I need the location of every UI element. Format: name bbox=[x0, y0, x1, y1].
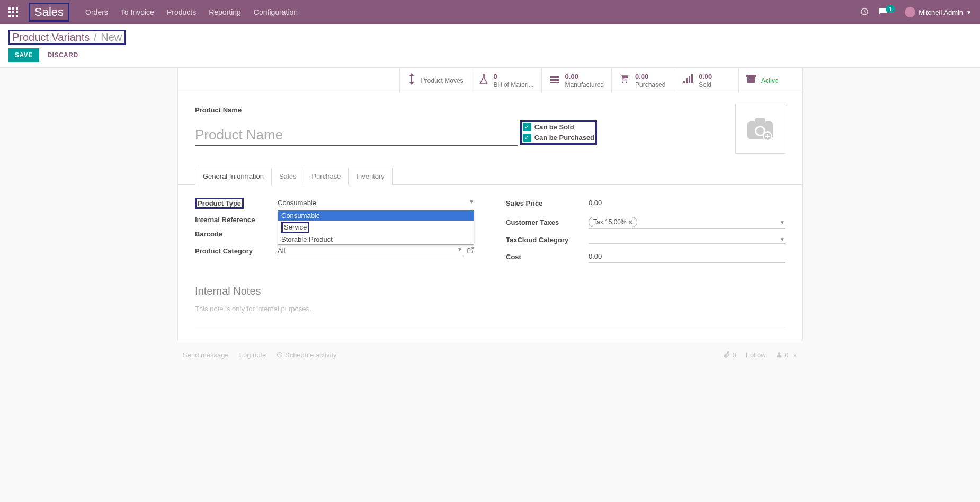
save-button[interactable]: SAVE bbox=[8, 48, 39, 62]
svg-rect-17 bbox=[746, 75, 756, 77]
tab-general-information[interactable]: General Information bbox=[195, 168, 272, 185]
tab-purchase[interactable]: Purchase bbox=[304, 168, 349, 185]
schedule-activity-button[interactable]: Schedule activity bbox=[277, 351, 336, 359]
dropdown-item-service[interactable]: Service bbox=[278, 221, 474, 234]
caret-down-icon: ▼ bbox=[966, 10, 972, 15]
nav-items: Orders To Invoice Products Reporting Con… bbox=[85, 8, 860, 16]
image-upload[interactable] bbox=[735, 104, 785, 154]
svg-rect-11 bbox=[550, 79, 559, 81]
internal-notes-heading: Internal Notes bbox=[195, 285, 785, 297]
svg-rect-12 bbox=[550, 82, 559, 83]
svg-rect-8 bbox=[16, 15, 18, 17]
nav-reporting[interactable]: Reporting bbox=[209, 8, 241, 16]
breadcrumb-highlight-box: Product Variants / New bbox=[8, 30, 126, 45]
followers-count: 0 bbox=[785, 351, 788, 359]
caret-down-icon: ▼ bbox=[780, 236, 785, 242]
send-message-button[interactable]: Send message bbox=[183, 351, 229, 359]
stat-value: 0.00 bbox=[635, 73, 665, 81]
dropdown-item-consumable[interactable]: Consumable bbox=[278, 210, 474, 221]
schedule-label: Schedule activity bbox=[285, 351, 337, 359]
taxcloud-label: TaxCloud Category bbox=[506, 236, 589, 244]
svg-rect-18 bbox=[747, 77, 755, 83]
dropdown-item-storable[interactable]: Storable Product bbox=[278, 234, 474, 244]
external-link-icon[interactable] bbox=[467, 246, 474, 256]
svg-rect-1 bbox=[12, 7, 14, 10]
chat-icon[interactable]: 1 bbox=[878, 7, 895, 17]
product-category-select[interactable]: All ▼ bbox=[278, 244, 462, 257]
topbar-right: 1 Mitchell Admin ▼ bbox=[860, 7, 972, 17]
internal-reference-label: Internal Reference bbox=[195, 216, 278, 224]
can-be-purchased-checkbox[interactable]: ✓ bbox=[523, 134, 531, 142]
stat-label: Active bbox=[761, 77, 779, 84]
svg-rect-3 bbox=[8, 11, 11, 13]
svg-rect-13 bbox=[683, 81, 685, 83]
barcode-label: Barcode bbox=[195, 230, 278, 238]
apps-icon[interactable] bbox=[8, 7, 18, 17]
caret-down-icon: ▼ bbox=[792, 353, 797, 358]
archive-icon bbox=[746, 75, 756, 86]
caret-down-icon: ▼ bbox=[469, 199, 474, 207]
user-menu[interactable]: Mitchell Admin ▼ bbox=[905, 7, 972, 17]
product-type-select[interactable]: Consumable ▼ bbox=[278, 197, 474, 209]
remove-tag-icon[interactable]: × bbox=[629, 218, 632, 226]
breadcrumb-sep: / bbox=[94, 31, 97, 43]
brand-label[interactable]: Sales bbox=[34, 5, 64, 19]
stat-manufactured[interactable]: 0.00 Manufactured bbox=[541, 68, 611, 93]
breadcrumb-parent[interactable]: Product Variants bbox=[12, 31, 90, 43]
stat-value: 0 bbox=[494, 73, 534, 81]
svg-rect-10 bbox=[550, 76, 559, 78]
svg-rect-4 bbox=[12, 11, 14, 13]
can-be-sold-checkbox[interactable]: ✓ bbox=[523, 123, 531, 131]
customer-taxes-label: Customer Taxes bbox=[506, 218, 589, 226]
sales-price-value[interactable]: 0.00 bbox=[589, 197, 785, 209]
cost-value[interactable]: 0.00 bbox=[589, 250, 785, 263]
nav-to-invoice[interactable]: To Invoice bbox=[121, 8, 154, 16]
nav-products[interactable]: Products bbox=[167, 8, 196, 16]
product-category-value: All bbox=[278, 246, 285, 254]
avatar bbox=[905, 7, 915, 17]
attachments-button[interactable]: 0 bbox=[723, 351, 736, 359]
topbar: Sales Orders To Invoice Products Reporti… bbox=[0, 0, 980, 24]
log-note-button[interactable]: Log note bbox=[239, 351, 266, 359]
stat-bom[interactable]: 0 Bill of Materi... bbox=[471, 68, 541, 93]
nav-orders[interactable]: Orders bbox=[85, 8, 108, 16]
stat-purchased[interactable]: 0.00 Purchased bbox=[611, 68, 675, 93]
stat-value: 0.00 bbox=[565, 73, 604, 81]
svg-rect-2 bbox=[16, 7, 18, 10]
can-be-purchased-label: Can be Purchased bbox=[534, 134, 594, 142]
product-type-label: Product Type bbox=[195, 198, 244, 209]
caret-down-icon: ▼ bbox=[780, 219, 785, 225]
tabs: General Information Sales Purchase Inven… bbox=[178, 167, 802, 185]
followers-button[interactable]: 0 ▼ bbox=[776, 351, 797, 359]
tab-sales[interactable]: Sales bbox=[271, 168, 305, 185]
internal-notes-input[interactable]: This note is only for internal purposes. bbox=[195, 305, 785, 327]
layers-icon bbox=[549, 74, 560, 86]
checks-highlight-box: ✓ Can be Sold ✓ Can be Purchased bbox=[520, 120, 597, 145]
user-name: Mitchell Admin bbox=[919, 8, 963, 16]
svg-rect-0 bbox=[8, 7, 11, 10]
stat-product-moves[interactable]: Product Moves bbox=[399, 68, 471, 93]
taxcloud-field[interactable]: ▼ bbox=[589, 235, 785, 244]
stat-label: Product Moves bbox=[421, 77, 464, 84]
discard-button[interactable]: DISCARD bbox=[41, 48, 84, 62]
follow-button[interactable]: Follow bbox=[746, 351, 766, 359]
stat-sold[interactable]: 0.00 Sold bbox=[675, 68, 738, 93]
customer-taxes-field[interactable]: Tax 15.00% × ▼ bbox=[589, 216, 785, 229]
tax-tag: Tax 15.00% × bbox=[589, 217, 637, 227]
arrows-vertical-icon bbox=[407, 73, 416, 87]
product-category-label: Product Category bbox=[195, 247, 278, 255]
nav-configuration[interactable]: Configuration bbox=[254, 8, 298, 16]
clock-icon[interactable] bbox=[860, 7, 869, 17]
tax-tag-label: Tax 15.00% bbox=[593, 218, 627, 226]
stat-label: Bill of Materi... bbox=[494, 81, 534, 89]
stat-buttons: Product Moves 0 Bill of Materi... 0.00 M… bbox=[178, 68, 802, 93]
stat-active[interactable]: Active bbox=[738, 68, 802, 93]
product-name-label: Product Name bbox=[195, 106, 785, 114]
caret-down-icon: ▼ bbox=[457, 246, 462, 254]
product-name-input[interactable] bbox=[195, 125, 518, 146]
actions-row: SAVE DISCARD bbox=[0, 48, 980, 68]
svg-point-25 bbox=[778, 353, 780, 355]
tab-inventory[interactable]: Inventory bbox=[348, 168, 392, 185]
stat-label: Manufactured bbox=[565, 81, 604, 89]
sales-price-label: Sales Price bbox=[506, 199, 589, 207]
